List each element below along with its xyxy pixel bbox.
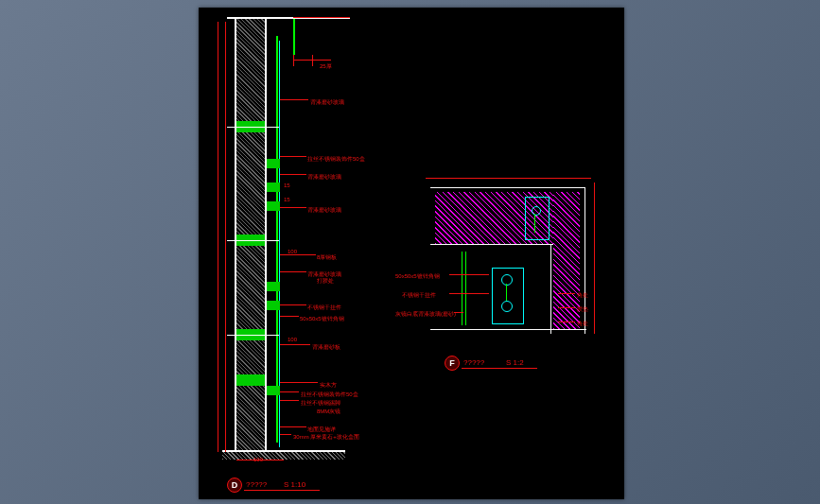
glass-right-1 <box>462 252 462 325</box>
top-dim-h <box>293 60 331 61</box>
r-leader-2 <box>449 293 489 294</box>
corner-inner-v <box>550 244 551 334</box>
r-dim-top <box>426 178 591 179</box>
leader-6 <box>280 271 306 272</box>
annotation: 25厚 <box>320 62 332 71</box>
annotation: 15 <box>284 182 290 188</box>
top-dim-t2 <box>312 55 313 66</box>
green-arrow <box>293 19 295 55</box>
annotation: 角处 <box>577 320 588 328</box>
r-leader-1 <box>449 274 489 275</box>
bolt-3 <box>501 301 513 312</box>
section-d-scale: S 1:10 <box>284 480 305 489</box>
bolt-2-slot <box>506 284 507 301</box>
d-underline <box>244 490 320 491</box>
joint-4 <box>236 374 265 386</box>
annotation: 8MM灰镜 <box>317 408 340 416</box>
leader-10 <box>280 382 318 383</box>
annotation: 100 <box>288 249 297 254</box>
joint-2-line <box>227 240 279 241</box>
top-dim <box>293 17 350 18</box>
annotation: 拉丝不锈钢装饰件50盒 <box>307 155 365 164</box>
r-leader-5 <box>558 307 575 308</box>
section-f-scale: S 1:2 <box>506 358 524 367</box>
annotation: 背漆磨砂玻璃 <box>310 98 344 107</box>
floor-hatch <box>222 452 345 460</box>
joint-1-line <box>227 127 279 128</box>
annotation: 实木方 <box>320 381 337 390</box>
r-leader-6 <box>558 322 575 322</box>
leader-12 <box>280 400 299 401</box>
leader-8 <box>280 316 299 317</box>
bracket-6 <box>267 386 280 395</box>
section-marker-d: D <box>227 478 242 493</box>
bolt-1-slot <box>534 214 535 233</box>
annotation: 50x50x5镀锌角钢 <box>300 315 344 323</box>
dim-vert-2 <box>218 22 218 452</box>
leader-4 <box>280 207 306 208</box>
annotation: 100 <box>288 337 297 342</box>
bracket-3 <box>267 201 280 211</box>
cladding-line <box>276 36 278 443</box>
bolt-1 <box>532 206 541 216</box>
r-dim-right <box>594 182 595 334</box>
corner-hatch-right <box>553 192 580 329</box>
leader-5 <box>280 254 316 255</box>
leader-2 <box>280 156 306 157</box>
section-f-title: ????? <box>463 358 484 367</box>
leader-7 <box>280 304 306 305</box>
annotation: 50x50x5镀锌角钢 <box>395 272 440 281</box>
annotation: 背漆磨砂玻璃 <box>307 173 341 182</box>
bolt-2 <box>501 274 513 286</box>
leader-11 <box>280 391 299 392</box>
annotation: 灰镜白底背漆玻璃(磨砂) <box>395 310 456 319</box>
annotation: 不锈钢干挂件 <box>402 291 436 300</box>
annotation: 不锈钢干挂件 <box>307 304 341 312</box>
bracket-5 <box>267 301 280 310</box>
bracket-1 <box>267 159 280 168</box>
bracket-2 <box>267 182 280 192</box>
glass-right-2 <box>465 252 466 325</box>
leader-9 <box>280 344 310 345</box>
annotation: 8厚钢板 <box>317 253 337 262</box>
section-d-title: ????? <box>246 480 267 489</box>
leader-1 <box>280 99 308 100</box>
annotation: 100 <box>253 457 263 462</box>
annotation: 角处 <box>577 291 588 300</box>
leader-13 <box>280 426 306 427</box>
leader-3 <box>280 174 306 175</box>
corner-top <box>430 187 584 188</box>
bracket-box-1 <box>525 197 550 240</box>
bracket-4 <box>267 282 280 291</box>
corner-inner-h <box>430 244 553 245</box>
annotation: 背漆磨砂玻璃 <box>307 206 341 215</box>
r-leader-4 <box>558 293 575 294</box>
annotation: 拉丝不锈钢踢脚 <box>301 399 340 408</box>
cad-canvas: D ????? S 1:10 F ????? S 1:2 25厚背漆磨砂玻璃拉丝… <box>199 8 624 499</box>
annotation: 15 <box>284 197 290 202</box>
annotation: 拉丝不锈钢装饰件50盒 <box>301 391 358 399</box>
leader-14 <box>280 434 291 435</box>
section-marker-f: F <box>445 356 460 371</box>
dim-vert-1 <box>225 22 226 452</box>
top-dim-t1 <box>293 55 294 66</box>
f-underline <box>462 368 537 369</box>
annotation: 30mm 厚米黄石+玻化盒面 <box>293 433 359 442</box>
annotation: 胶垫 <box>577 305 588 314</box>
annotation: 背漆磨砂板 <box>312 343 340 352</box>
annotation: 打胶处 <box>317 277 334 286</box>
corner-bottom <box>430 329 586 330</box>
joint-3-line <box>227 335 279 336</box>
